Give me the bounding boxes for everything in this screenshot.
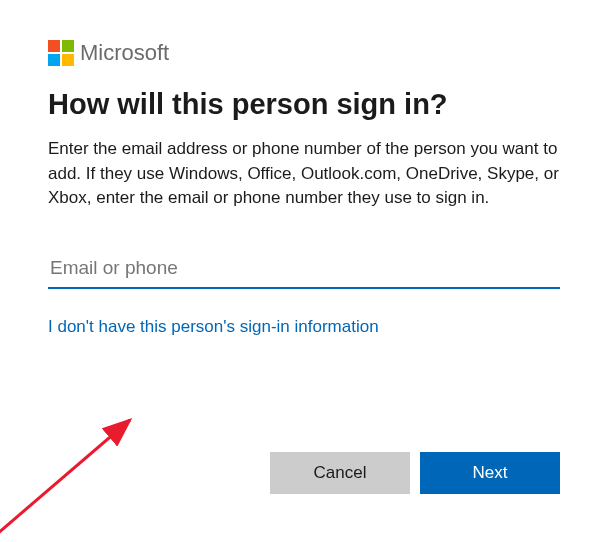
dialog-heading: How will this person sign in? (48, 88, 560, 121)
cancel-button[interactable]: Cancel (270, 452, 410, 494)
input-wrapper (48, 251, 560, 289)
email-or-phone-input[interactable] (48, 251, 560, 289)
brand-name: Microsoft (80, 40, 169, 66)
microsoft-logo-icon (48, 40, 74, 66)
svg-line-1 (0, 420, 130, 540)
next-button[interactable]: Next (420, 452, 560, 494)
action-buttons: Cancel Next (270, 452, 560, 494)
dialog-description: Enter the email address or phone number … (48, 137, 560, 211)
no-signin-info-link[interactable]: I don't have this person's sign-in infor… (48, 317, 379, 337)
signin-dialog: Microsoft How will this person sign in? … (0, 0, 608, 377)
brand-header: Microsoft (48, 40, 560, 66)
annotation-arrow-icon (0, 350, 170, 540)
